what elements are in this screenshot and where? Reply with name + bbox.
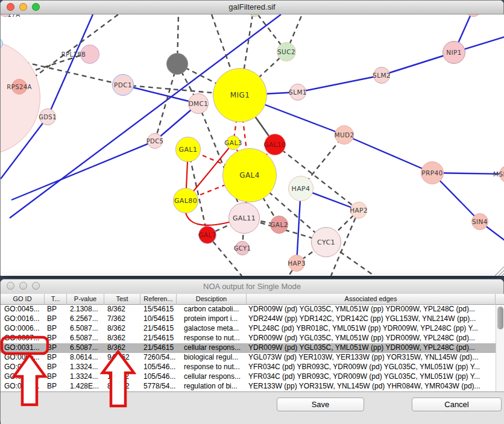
table-cell: BP [45, 353, 67, 363]
node-label: GDS1 [39, 114, 57, 120]
node-MIG1[interactable]: MIG1 [213, 68, 267, 122]
table-cell: BP [45, 372, 67, 382]
node-SIN4[interactable]: SIN4 [471, 213, 488, 230]
node-HAP3[interactable]: HAP3 [288, 255, 305, 272]
table-cell: 11/362 [104, 363, 140, 372]
node-PDC5[interactable]: PDC5 [147, 133, 163, 149]
node-MUD2[interactable]: MUD2 [335, 125, 354, 145]
column-header-t-[interactable]: T... [45, 294, 67, 305]
save-button[interactable]: Save [277, 398, 364, 411]
table-cell: YDR009W (pd) YGL035C, YML051W (pp) YDR00… [247, 334, 496, 343]
edge [502, 273, 504, 276]
table-cell: protein import i... [177, 314, 247, 324]
gray-node[interactable] [166, 53, 188, 75]
table-cell: 8/362 [104, 305, 140, 314]
table-cell: GO:0050... [1, 382, 45, 391]
table-row[interactable]: GO:0045...BP2.1308...8/36215/54615carbon… [1, 305, 496, 314]
node-label: MUD2 [334, 131, 354, 139]
table-cell: YPL248C (pd) YBR018C, YML051W (pp) YDR00… [247, 324, 496, 334]
table-cell: cellular respons... [177, 372, 247, 382]
node-GAL2[interactable]: GAL2 [270, 216, 288, 234]
node-SUC2[interactable]: SUC2 [277, 42, 296, 61]
table-cell: 7260/54... [140, 353, 177, 363]
table-cell: 1.3324... [67, 372, 104, 382]
table-cell: 21/54615 [140, 334, 177, 343]
node-GAL10[interactable]: GAL10 [264, 134, 286, 155]
vertical-scrollbar[interactable] [496, 305, 504, 391]
column-header-test[interactable]: Test [104, 294, 140, 305]
node-GDS1[interactable]: GDS1 [39, 108, 56, 125]
node-RPS24A[interactable]: RPS24A [11, 79, 27, 95]
table-row[interactable]: GO:0031...BP6.5087...8/36221/54615cellul… [1, 343, 496, 353]
edge [28, 14, 118, 82]
table-cell: response to nut... [177, 363, 247, 372]
scrollbar-thumb[interactable] [497, 307, 503, 329]
column-header-desciption[interactable]: Desciption [177, 294, 247, 305]
node-PRP40[interactable]: PRP40 [421, 161, 444, 184]
node-PDC1[interactable]: PDC1 [112, 74, 134, 96]
table-row[interactable]: GO:0031...BP1.3324...11/362105/546...cel… [1, 372, 496, 382]
node-GAL80[interactable]: GAL80 [173, 188, 198, 213]
table-cell: 11/362 [104, 372, 140, 382]
table-cell: response to nut... [177, 334, 247, 343]
node-GAL3[interactable]: GAL3 [226, 136, 241, 150]
table-cell: 1.428E... [67, 382, 104, 391]
table-cell: BP [45, 314, 67, 324]
node-SLM1[interactable]: SLM1 [289, 84, 306, 101]
column-header-p-value[interactable]: P-value [67, 294, 104, 305]
node-GAL11[interactable]: GAL11 [228, 202, 260, 234]
node-GAL7[interactable]: GAL7 [198, 226, 216, 244]
node-label: SUC2 [277, 48, 295, 55]
node-SLM2[interactable]: SLM2 [373, 67, 390, 84]
node-GCY1[interactable]: GCY1 [235, 241, 250, 255]
table-row[interactable]: GO:0006...BP6.5087...8/36221/54615galact… [1, 324, 496, 334]
table-row[interactable]: GO:0007...BP6.5087...8/36221/54615respon… [1, 334, 496, 343]
table-row[interactable]: GO:0016...BP6.2567...7/36210/54615protei… [1, 314, 496, 324]
column-header-associated-edges[interactable]: Associated edges [247, 294, 496, 305]
table-cell: 6.5087... [67, 334, 104, 343]
table-cell: YGL073W (pd) YER103W, YER133W (pp) YOR31… [247, 353, 496, 363]
column-header-go-id[interactable]: GO ID [1, 294, 45, 305]
table-cell: biological regul... [177, 353, 247, 363]
node-RPL18B[interactable]: RPL18B [80, 45, 99, 64]
table-row[interactable]: GO:0031...BP1.3324...11/362105/546...res… [1, 363, 496, 372]
table-cell: 8/362 [104, 324, 140, 334]
network-canvas[interactable]: 17ARPL18BRPS24AGDS1PDC1PDC5DMC1MIG1SUC2S… [1, 14, 504, 276]
node-HAP4[interactable]: HAP4 [288, 176, 313, 201]
node-HAP2[interactable]: HAP2 [350, 202, 367, 219]
table-cell: 2.1308... [67, 305, 104, 314]
table-body: GO:0045...BP2.1308...8/36215/54615carbon… [1, 305, 496, 391]
node-GAL4[interactable]: GAL4 [222, 148, 277, 202]
node-label: RPS24A [7, 84, 31, 90]
table-cell: YFR034C (pd) YBR093C, YDR009W (pd) YGL03… [247, 372, 496, 382]
table-cell: YER133W (pp) YOR315W, YNL145W (pd) YHR08… [247, 382, 496, 391]
node-label: GAL80 [174, 197, 197, 205]
node-GAL1[interactable]: GAL1 [175, 137, 201, 162]
column-header-referen-[interactable]: Referen... [140, 294, 177, 305]
node-DMC1[interactable]: DMC1 [188, 93, 209, 114]
table-row[interactable]: GO:0065...BP8.0614...94/3627260/54...bio… [1, 353, 496, 363]
node-label: PDC5 [146, 138, 164, 145]
table-row[interactable]: GO:0050...BP1.428E...80/3625778/54...reg… [1, 382, 496, 391]
edge [344, 135, 432, 173]
node-label: RPL18B [61, 51, 86, 58]
table-cell: 6.2567... [67, 314, 104, 324]
node-CYC1[interactable]: CYC1 [311, 227, 341, 257]
edge [298, 75, 382, 92]
table-cell: 6.5087... [67, 324, 104, 334]
table-cell: GO:0045... [1, 305, 45, 314]
node-label: GCY1 [234, 245, 251, 252]
node-label: HAP4 [291, 185, 310, 193]
table-cell: 1.3324... [67, 363, 104, 372]
cancel-button[interactable]: Cancel [412, 398, 502, 411]
node-NIP1[interactable]: NIP1 [443, 41, 465, 64]
node-label: GAL3 [224, 139, 242, 146]
node-label: SLM1 [289, 89, 307, 96]
table-cell: 21/54615 [140, 324, 177, 334]
node-17a[interactable]: 17A [1, 14, 13, 17]
node-label: GAL1 [179, 146, 198, 154]
table-cell: 8/362 [104, 343, 140, 353]
node-label: MSI [493, 170, 504, 178]
table-header[interactable]: GO IDT...P-valueTestReferen...Desciption… [1, 294, 504, 305]
node-label: 17A [8, 14, 20, 18]
